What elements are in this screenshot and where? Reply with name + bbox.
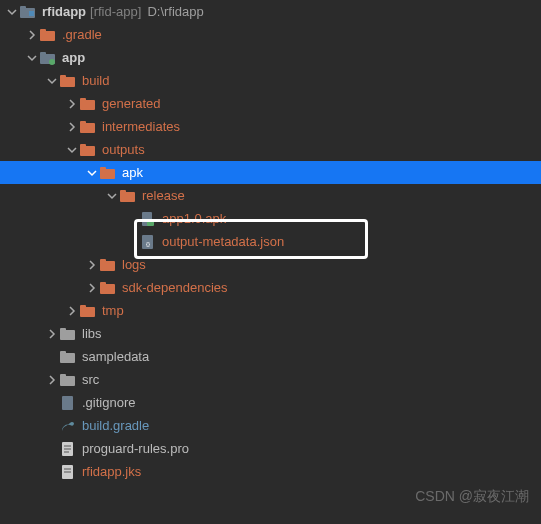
file-label: rfidapp.jks xyxy=(82,464,141,479)
tree-row[interactable]: sdk-dependencies xyxy=(0,276,541,299)
folder-icon xyxy=(60,372,76,388)
svg-rect-21 xyxy=(147,220,154,226)
chevron-down-icon[interactable] xyxy=(104,188,120,204)
chevron-down-icon[interactable] xyxy=(84,165,100,181)
module-folder-icon xyxy=(40,50,56,66)
folder-label: release xyxy=(142,188,185,203)
chevron-right-icon[interactable] xyxy=(64,96,80,112)
svg-rect-36 xyxy=(62,396,73,410)
folder-icon xyxy=(40,27,56,43)
module-path: D:\rfidapp xyxy=(147,4,203,19)
svg-rect-35 xyxy=(60,374,66,378)
svg-rect-33 xyxy=(60,351,66,355)
svg-rect-15 xyxy=(80,144,86,148)
tree-row[interactable]: outputs xyxy=(0,138,541,161)
watermark: CSDN @寂夜江潮 xyxy=(415,488,529,506)
tree-row-file[interactable]: app1.0.apk xyxy=(0,207,541,230)
apk-file-icon xyxy=(140,211,156,227)
chevron-down-icon[interactable] xyxy=(64,142,80,158)
folder-icon xyxy=(100,257,116,273)
chevron-right-icon[interactable] xyxy=(84,280,100,296)
svg-rect-31 xyxy=(60,328,66,332)
file-label: app1.0.apk xyxy=(162,211,226,226)
folder-icon xyxy=(60,326,76,342)
folder-label: logs xyxy=(122,257,146,272)
tree-row[interactable]: logs xyxy=(0,253,541,276)
svg-rect-25 xyxy=(100,259,106,263)
file-label: output-metadata.json xyxy=(162,234,284,249)
module-folder-icon xyxy=(20,4,36,20)
file-label: .gitignore xyxy=(82,395,135,410)
folder-label: tmp xyxy=(102,303,124,318)
module-name: rfidapp xyxy=(42,4,86,19)
svg-rect-9 xyxy=(60,75,66,79)
tree-row-file[interactable]: {} output-metadata.json xyxy=(0,230,541,253)
tree-row[interactable]: generated xyxy=(0,92,541,115)
svg-rect-17 xyxy=(100,167,106,171)
tree-row[interactable]: app xyxy=(0,46,541,69)
tree-row-file[interactable]: .gitignore xyxy=(0,391,541,414)
folder-icon xyxy=(120,188,136,204)
tree-row-file[interactable]: proguard-rules.pro xyxy=(0,437,541,460)
svg-rect-19 xyxy=(120,190,126,194)
svg-text:{}: {} xyxy=(146,241,150,247)
chevron-down-icon[interactable] xyxy=(44,73,60,89)
svg-rect-2 xyxy=(29,11,34,16)
gitignore-file-icon xyxy=(60,395,76,411)
tree-row-file[interactable]: build.gradle xyxy=(0,414,541,437)
chevron-down-icon[interactable] xyxy=(24,50,40,66)
tree-row[interactable]: sampledata xyxy=(0,345,541,368)
text-file-icon xyxy=(60,441,76,457)
folder-label: outputs xyxy=(102,142,145,157)
folder-icon xyxy=(80,96,96,112)
svg-rect-27 xyxy=(100,282,106,286)
tree-row[interactable]: tmp xyxy=(0,299,541,322)
svg-point-7 xyxy=(49,59,55,65)
tree-row-selected[interactable]: apk xyxy=(0,161,541,184)
svg-rect-4 xyxy=(40,29,46,33)
chevron-down-icon[interactable] xyxy=(4,4,20,20)
folder-icon xyxy=(80,303,96,319)
folder-icon xyxy=(60,73,76,89)
folder-label: sampledata xyxy=(82,349,149,364)
folder-label: src xyxy=(82,372,99,387)
chevron-right-icon[interactable] xyxy=(44,372,60,388)
json-file-icon: {} xyxy=(140,234,156,250)
tree-row[interactable]: release xyxy=(0,184,541,207)
folder-label: sdk-dependencies xyxy=(122,280,228,295)
folder-label: libs xyxy=(82,326,102,341)
folder-label: intermediates xyxy=(102,119,180,134)
module-alias: [rfid-app] xyxy=(90,4,141,19)
folder-label: app xyxy=(62,50,85,65)
tree-row[interactable]: libs xyxy=(0,322,541,345)
tree-row[interactable]: build xyxy=(0,69,541,92)
folder-icon xyxy=(100,280,116,296)
folder-icon xyxy=(80,119,96,135)
tree-row[interactable]: src xyxy=(0,368,541,391)
tree-row-file[interactable]: rfidapp.jks xyxy=(0,460,541,483)
svg-rect-11 xyxy=(80,98,86,102)
folder-icon xyxy=(100,165,116,181)
folder-icon xyxy=(60,349,76,365)
svg-rect-1 xyxy=(20,6,26,10)
tree-row-root[interactable]: rfidapp [rfid-app] D:\rfidapp xyxy=(0,0,541,23)
chevron-right-icon[interactable] xyxy=(24,27,40,43)
svg-rect-29 xyxy=(80,305,86,309)
chevron-right-icon[interactable] xyxy=(44,326,60,342)
folder-label: .gradle xyxy=(62,27,102,42)
folder-label: generated xyxy=(102,96,161,111)
chevron-right-icon[interactable] xyxy=(64,119,80,135)
file-label: proguard-rules.pro xyxy=(82,441,189,456)
chevron-right-icon[interactable] xyxy=(84,257,100,273)
tree-row[interactable]: intermediates xyxy=(0,115,541,138)
tree-row[interactable]: .gradle xyxy=(0,23,541,46)
svg-rect-6 xyxy=(40,52,46,56)
svg-rect-13 xyxy=(80,121,86,125)
chevron-right-icon[interactable] xyxy=(64,303,80,319)
folder-icon xyxy=(80,142,96,158)
folder-label: apk xyxy=(122,165,143,180)
file-label: build.gradle xyxy=(82,418,149,433)
folder-label: build xyxy=(82,73,109,88)
gradle-file-icon xyxy=(60,418,76,434)
text-file-icon xyxy=(60,464,76,480)
